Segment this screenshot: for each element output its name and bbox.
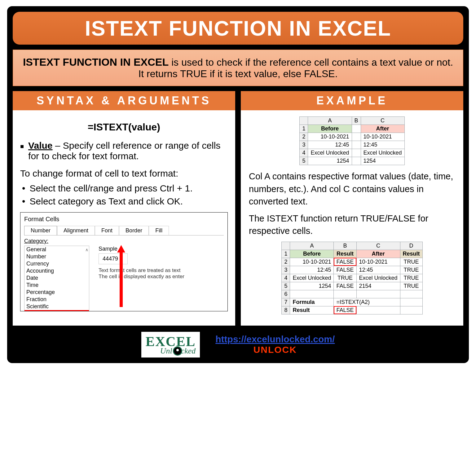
cat-scientific[interactable]: Scientific (24, 303, 89, 310)
site-url-link[interactable]: https://excelunlocked.com/ (215, 334, 335, 344)
sample-label: Sample (99, 246, 184, 252)
infographic-container: ISTEXT FUNCTION IN EXCEL ISTEXT FUNCTION… (7, 6, 469, 363)
example-text-1: Col A contains respective format values … (249, 170, 455, 208)
formula-syntax: =ISTEXT(value) (20, 121, 228, 133)
dialog-tabs: Number Alignment Font Border Fill (24, 226, 224, 235)
syntax-column: SYNTAX & ARGUMENTS =ISTEXT(value) ■ Valu… (13, 91, 235, 326)
main-title: ISTEXT FUNCTION IN EXCEL (85, 16, 391, 40)
format-cells-dialog: Format Cells Number Alignment Font Borde… (20, 212, 228, 311)
dialog-right-pane: Sample 44479 Text format cells are treat… (99, 246, 184, 311)
cat-accounting[interactable]: Accounting (24, 267, 89, 274)
bullet-item: •Select the cell/range and press Ctrl + … (20, 183, 228, 194)
cat-percentage[interactable]: Percentage (24, 289, 89, 296)
bullet-square-icon: ■ (20, 143, 24, 150)
dialog-title: Format Cells (24, 216, 224, 223)
footer-links: https://excelunlocked.com/ UNLOCK (215, 334, 335, 355)
arg-desc: – Specify cell reference or range of cel… (28, 140, 220, 161)
unlock-text: UNLOCK (253, 344, 297, 355)
argument-value: ■ Value – Specify cell reference or rang… (20, 140, 228, 161)
keyhole-icon (173, 346, 182, 356)
tab-alignment[interactable]: Alignment (57, 226, 95, 235)
bullet-list: •Select the cell/range and press Ctrl + … (20, 183, 228, 207)
cat-currency[interactable]: Currency (24, 260, 89, 267)
example-body: ABC 1BeforeAfter 210-10-202110-10-2021 3… (241, 110, 463, 326)
cat-time[interactable]: Time (24, 282, 89, 289)
cat-fraction[interactable]: Fraction (24, 296, 89, 303)
example-table-1: ABC 1BeforeAfter 210-10-202110-10-2021 3… (299, 116, 404, 165)
arg-label: Value (28, 140, 52, 151)
subtitle-bold: ISTEXT FUNCTION IN EXCEL (23, 56, 169, 68)
format-desc-2: The cell is displayed exactly as enter (99, 274, 184, 280)
logo-unlocked-text: Unl (160, 346, 172, 356)
instruction-line: To change format of cell to text format: (20, 168, 228, 179)
bullet-item: •Select category as Text and click OK. (20, 196, 228, 207)
example-text-2: The ISTEXT function return TRUE/FALSE fo… (249, 212, 455, 237)
cat-general[interactable]: General (24, 246, 89, 253)
tab-border[interactable]: Border (119, 226, 149, 235)
tab-number[interactable]: Number (24, 226, 57, 235)
tab-fill[interactable]: Fill (149, 226, 169, 235)
syntax-header: SYNTAX & ARGUMENTS (13, 91, 235, 110)
columns: SYNTAX & ARGUMENTS =ISTEXT(value) ■ Valu… (13, 91, 463, 326)
category-label: Category: (24, 238, 224, 244)
title-bar: ISTEXT FUNCTION IN EXCEL (13, 12, 463, 45)
scroll-up-icon: ∧ (85, 247, 88, 252)
category-list[interactable]: ∧ General Number Currency Accounting Dat… (24, 246, 89, 311)
logo-unlocked-text2: cked (181, 346, 196, 356)
logo: EXCEL Unl cked (141, 332, 200, 358)
footer: EXCEL Unl cked https://excelunlocked.com… (13, 332, 463, 358)
subtitle-bar: ISTEXT FUNCTION IN EXCEL is used to chec… (13, 50, 463, 86)
cat-date[interactable]: Date (24, 274, 89, 282)
syntax-body: =ISTEXT(value) ■ Value – Specify cell re… (13, 110, 235, 326)
example-table-2: ABCD 1BeforeResultAfterResult 210-10-202… (281, 242, 422, 314)
tab-font[interactable]: Font (95, 226, 119, 235)
cat-text[interactable]: Text (24, 310, 89, 311)
example-column: EXAMPLE ABC 1BeforeAfter 210-10-202110-1… (241, 91, 463, 326)
sample-value: 44479 (99, 253, 128, 264)
format-desc-1: Text format cells are treated as text (99, 267, 184, 274)
cat-number[interactable]: Number (24, 253, 89, 260)
subtitle-rest: is used to check if the reference cell c… (138, 57, 453, 79)
example-header: EXAMPLE (241, 91, 463, 110)
